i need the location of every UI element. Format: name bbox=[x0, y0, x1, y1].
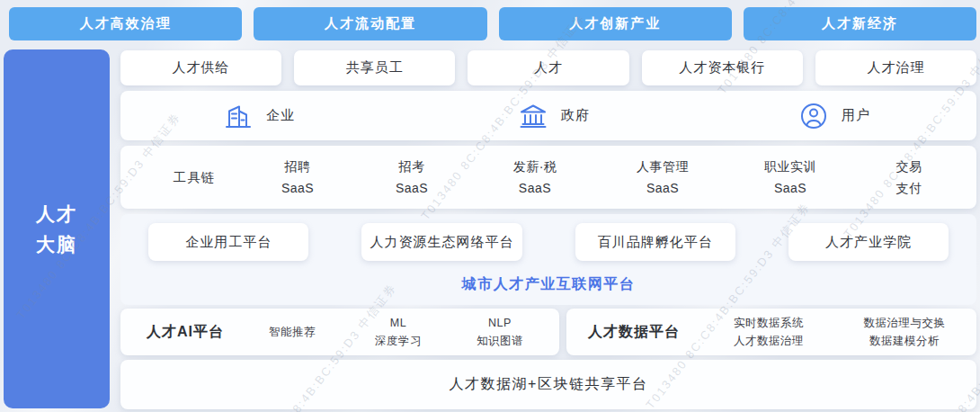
ai-platform-title: 人才AI平台 bbox=[147, 323, 224, 342]
tool-vocational-training-saas: 职业实训SaaS bbox=[764, 156, 816, 199]
node-enterprise-employment-platform: 企业用工平台 bbox=[148, 223, 308, 261]
tool-exam-saas: 招考SaaS bbox=[396, 156, 428, 199]
data-realtime-governance: 实时数据系统人才数据治理 bbox=[734, 314, 804, 350]
node-shared-employees: 共享员工 bbox=[294, 50, 455, 85]
bank-icon bbox=[517, 100, 549, 132]
data-platform-panel: 人才数据平台 实时数据系统人才数据治理 数据治理与交换数据建模分析 bbox=[566, 309, 976, 355]
data-platform-title: 人才数据平台 bbox=[588, 323, 680, 342]
top-tab-row: 人才高效治理 人才流动配置 人才创新产业 人才新经济 bbox=[9, 7, 976, 40]
platform-box-row: 企业用工平台 人力资源生态网络平台 百川品牌孵化平台 人才产业学院 bbox=[148, 223, 949, 261]
actor-user: 用户 bbox=[797, 91, 870, 140]
toolchain-panel: 工具链 招聘SaaS 招考SaaS 发薪·税SaaS 人事管理SaaS 职业实训… bbox=[120, 146, 976, 209]
actor-label: 政府 bbox=[561, 107, 590, 124]
ai-ml-deep-learning: ML深度学习 bbox=[375, 314, 422, 350]
node-talent-industry-college: 人才产业学院 bbox=[788, 223, 949, 261]
ai-platform-panel: 人才AI平台 智能推荐 ML深度学习 NLP知识图谱 bbox=[120, 309, 559, 355]
ai-nlp-knowledge-graph: NLP知识图谱 bbox=[477, 314, 523, 350]
tool-trade-payment: 交易支付 bbox=[896, 156, 922, 199]
node-talent: 人才 bbox=[468, 50, 628, 85]
tab-talent-efficient-governance: 人才高效治理 bbox=[9, 7, 242, 40]
actor-label: 企业 bbox=[266, 107, 295, 124]
diagram-canvas: T013480 8C:C8:4B:BC:59:D3 中信证券 T013480 8… bbox=[0, 0, 980, 412]
city-talent-internet-platform-title: 城市人才产业互联网平台 bbox=[120, 275, 976, 294]
supply-row: 人才供给 共享员工 人才 人才资本银行 人才治理 bbox=[120, 50, 976, 85]
tool-recruiting-saas: 招聘SaaS bbox=[281, 156, 314, 199]
node-talent-supply: 人才供给 bbox=[120, 50, 281, 85]
ai-smart-recommendation: 智能推荐 bbox=[269, 323, 316, 341]
node-baichuan-brand-incubation-platform: 百川品牌孵化平台 bbox=[575, 223, 735, 261]
city-platform-panel: 企业用工平台 人力资源生态网络平台 百川品牌孵化平台 人才产业学院 城市人才产业… bbox=[120, 214, 976, 305]
sidebar-title: 人才大脑 bbox=[36, 199, 77, 260]
sidebar-talent-brain: 人才大脑 bbox=[4, 49, 110, 408]
tool-hr-management-saas: 人事管理SaaS bbox=[637, 156, 689, 199]
tab-talent-flow-allocation: 人才流动配置 bbox=[254, 7, 486, 40]
actor-enterprise: 企业 bbox=[222, 91, 295, 140]
data-lake-blockchain-platform: 人才数据湖+区块链共享平台 bbox=[120, 360, 976, 409]
toolchain-label: 工具链 bbox=[174, 169, 216, 186]
node-hr-ecosystem-network-platform: 人力资源生态网络平台 bbox=[361, 223, 521, 261]
data-lake-label: 人才数据湖+区块链共享平台 bbox=[450, 375, 648, 394]
node-talent-capital-bank: 人才资本银行 bbox=[642, 50, 803, 85]
actor-government: 政府 bbox=[517, 91, 590, 140]
actors-panel: 企业 政府 bbox=[120, 91, 976, 140]
user-icon bbox=[797, 100, 830, 132]
building-icon bbox=[222, 100, 254, 132]
tab-talent-innovation-industry: 人才创新产业 bbox=[499, 7, 732, 40]
data-exchange-modeling: 数据治理与交换数据建模分析 bbox=[864, 314, 946, 350]
actor-label: 用户 bbox=[842, 107, 870, 124]
node-talent-governance: 人才治理 bbox=[815, 50, 976, 85]
tool-payroll-tax-saas: 发薪·税SaaS bbox=[513, 156, 557, 199]
tab-talent-new-economy: 人才新经济 bbox=[744, 7, 976, 40]
